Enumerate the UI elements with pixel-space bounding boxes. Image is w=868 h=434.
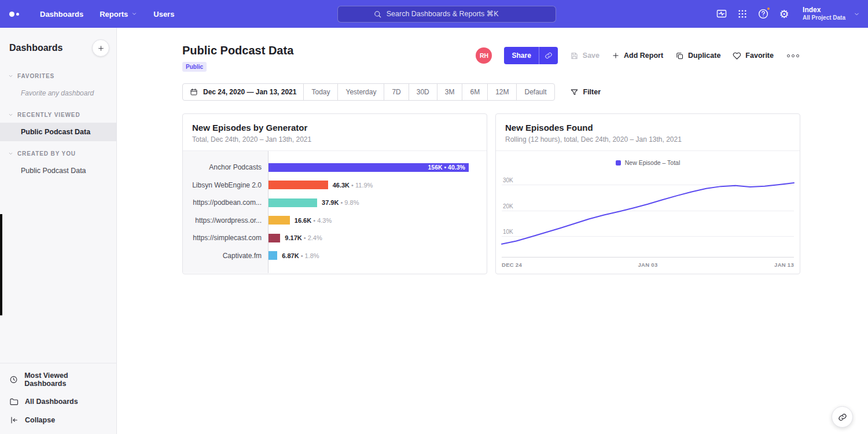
- bar-category-label: https://podbean.com...: [183, 198, 269, 207]
- bar-row: Captivate.fm6.87K • 1.8%: [183, 247, 475, 265]
- chevron-down-icon: [854, 11, 860, 17]
- nav-dashboards[interactable]: Dashboards: [32, 0, 91, 28]
- line-plot-area: 10K20K30K: [502, 171, 794, 258]
- avatar[interactable]: RH: [476, 47, 492, 64]
- duplicate-label: Duplicate: [688, 52, 720, 60]
- copy-link-floating-button[interactable]: [832, 406, 853, 428]
- card-title[interactable]: New Episodes by Generator: [192, 123, 477, 133]
- plus-icon: [97, 45, 105, 52]
- project-switcher[interactable]: Index All Project Data: [803, 6, 860, 22]
- share-button[interactable]: Share: [504, 47, 538, 64]
- more-options-button[interactable]: [786, 52, 800, 60]
- most-viewed-dashboards-button[interactable]: Most Viewed Dashboards: [0, 367, 116, 392]
- x-axis-tick-label: DEC 24: [502, 262, 599, 268]
- search-input[interactable]: [387, 10, 521, 18]
- sidebar-item-public-podcast-data[interactable]: Public Podcast Data: [0, 161, 116, 180]
- add-report-label: Add Report: [624, 52, 663, 60]
- copy-icon: [675, 52, 684, 60]
- project-name: Index: [803, 6, 845, 14]
- sidebar-title: Dashboards: [9, 43, 62, 53]
- sidebar-section-favorites[interactable]: FAVORITES: [0, 68, 116, 84]
- link-icon: [838, 413, 847, 422]
- chart-legend[interactable]: New Episode – Total: [502, 157, 794, 168]
- save-button[interactable]: Save: [570, 52, 599, 60]
- duplicate-button[interactable]: Duplicate: [675, 52, 720, 60]
- card-title[interactable]: New Episodes Found: [505, 123, 790, 133]
- date-presets: TodayYesterday7D30D3M6M12MDefault: [304, 84, 554, 100]
- date-preset-today[interactable]: Today: [304, 84, 338, 100]
- nav-users[interactable]: Users: [145, 0, 182, 28]
- bar-segment[interactable]: [269, 251, 277, 260]
- clock-icon: [9, 375, 18, 384]
- footer-label: Most Viewed Dashboards: [24, 372, 107, 388]
- date-preset-default[interactable]: Default: [517, 84, 554, 100]
- folder-icon: [9, 397, 19, 406]
- bar-segment[interactable]: [269, 181, 328, 189]
- sidebar-section-recently-viewed[interactable]: RECENTLY VIEWED: [0, 107, 116, 123]
- bar-category-label: https://wordpress.or...: [183, 216, 269, 225]
- bar-zone: 156K • 40.3%: [269, 163, 475, 172]
- bar-value-label: 37.9K • 9.8%: [322, 199, 359, 206]
- favorite-button[interactable]: Favorite: [733, 52, 774, 60]
- help-icon[interactable]: [753, 3, 774, 24]
- new-dashboard-button[interactable]: [92, 39, 109, 57]
- heart-icon: [733, 52, 741, 60]
- global-search[interactable]: [337, 6, 556, 23]
- share-link-button[interactable]: [539, 47, 558, 64]
- footer-label: All Dashboards: [25, 398, 78, 406]
- date-preset-7d[interactable]: 7D: [384, 84, 409, 100]
- top-nav: Dashboards Reports Users ⚙ Index All Pro…: [0, 0, 868, 28]
- bar-row: Libsyn WebEngine 2.046.3K • 11.9%: [183, 176, 475, 194]
- sidebar: Dashboards FAVORITES Favorite any dashbo…: [0, 28, 117, 434]
- chevron-down-icon: [131, 11, 137, 17]
- app-logo[interactable]: [9, 12, 19, 17]
- chevron-down-icon: [8, 112, 13, 117]
- section-label: CREATED BY YOU: [17, 150, 76, 157]
- line-series-new-episode-total[interactable]: [502, 183, 794, 244]
- card-subtitle: Total, Dec 24th, 2020 – Jan 13th, 2021: [192, 135, 477, 144]
- project-scope: All Project Data: [803, 14, 845, 22]
- sidebar-item-public-podcast-data[interactable]: Public Podcast Data: [0, 123, 116, 141]
- settings-gear-icon[interactable]: ⚙: [774, 3, 795, 24]
- nav-label: Users: [153, 10, 174, 19]
- data-monitor-icon[interactable]: [711, 3, 732, 24]
- collapse-sidebar-button[interactable]: Collapse: [0, 411, 116, 429]
- add-report-button[interactable]: Add Report: [612, 52, 663, 60]
- bar-segment[interactable]: 156K • 40.3%: [269, 163, 469, 172]
- all-dashboards-button[interactable]: All Dashboards: [0, 392, 116, 411]
- date-preset-12m[interactable]: 12M: [488, 84, 517, 100]
- bar-chart: Anchor Podcasts156K • 40.3%Libsyn WebEng…: [183, 151, 487, 273]
- filter-button[interactable]: Filter: [570, 88, 601, 97]
- dot-icon: [796, 54, 799, 57]
- date-preset-3m[interactable]: 3M: [437, 84, 463, 100]
- bar-category-label: Captivate.fm: [183, 252, 269, 260]
- bar-value-label: 46.3K • 11.9%: [333, 182, 373, 189]
- legend-swatch: [616, 160, 621, 165]
- bar-segment[interactable]: [269, 234, 280, 242]
- legend-label: New Episode – Total: [625, 159, 681, 166]
- dot-icon: [792, 54, 795, 57]
- help-badge: [766, 6, 771, 11]
- footer-label: Collapse: [25, 416, 55, 424]
- date-range-group: Dec 24, 2020 — Jan 13, 2021 TodayYesterd…: [182, 83, 555, 101]
- nav-reports[interactable]: Reports: [91, 0, 145, 28]
- apps-grid-icon[interactable]: [732, 3, 753, 24]
- favorite-label: Favorite: [745, 52, 774, 60]
- bar-zone: 16.6K • 4.3%: [269, 216, 475, 225]
- dot-icon: [787, 54, 790, 57]
- date-preset-yesterday[interactable]: Yesterday: [338, 84, 384, 100]
- collapse-icon: [9, 415, 19, 425]
- page-title: Public Podcast Data: [182, 44, 293, 57]
- bar-segment[interactable]: [269, 198, 317, 207]
- sidebar-section-created-by-you[interactable]: CREATED BY YOU: [0, 146, 116, 161]
- bar-zone: 37.9K • 9.8%: [269, 198, 475, 207]
- section-label: FAVORITES: [17, 73, 54, 79]
- main-content: Public Podcast Data Public RH Share Save…: [117, 28, 868, 434]
- nav-label: Dashboards: [40, 10, 83, 19]
- save-label: Save: [583, 52, 599, 60]
- date-range-picker[interactable]: Dec 24, 2020 — Jan 13, 2021: [183, 84, 304, 100]
- chevron-down-icon: [8, 151, 13, 156]
- bar-segment[interactable]: [269, 216, 290, 225]
- date-preset-6m[interactable]: 6M: [462, 84, 488, 100]
- date-preset-30d[interactable]: 30D: [409, 84, 437, 100]
